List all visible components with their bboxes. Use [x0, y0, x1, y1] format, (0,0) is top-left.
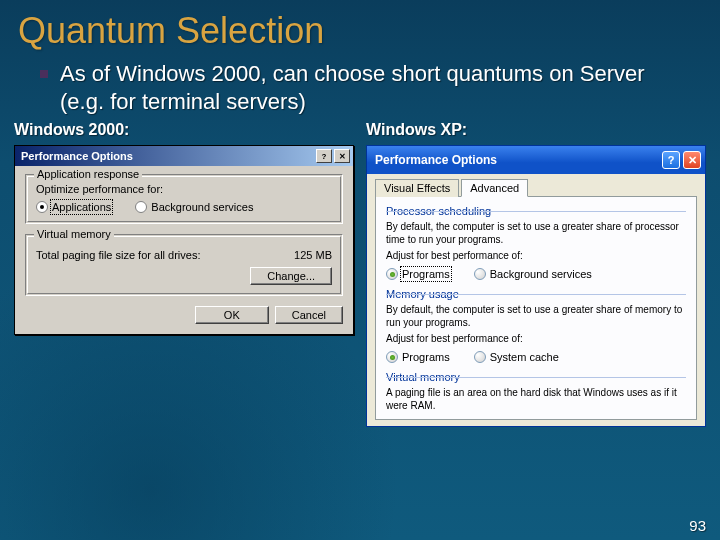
optimize-label: Optimize performance for:	[36, 183, 332, 195]
radio-label-applications: Applications	[52, 201, 111, 213]
radio-icon	[135, 201, 147, 213]
group-virtual-memory: Virtual memory Total paging file size fo…	[25, 234, 343, 296]
adjust-label: Adjust for best performance of:	[386, 249, 686, 262]
dialog-win2k: Performance Options ? ✕ Application resp…	[14, 145, 354, 335]
close-button[interactable]: ✕	[334, 149, 350, 163]
page-number: 93	[689, 517, 706, 534]
slide-title: Quantum Selection	[18, 10, 702, 52]
bullet-text: As of Windows 2000, can choose short qua…	[60, 60, 680, 115]
radio-label-syscache: System cache	[490, 351, 559, 363]
group-title-app-response: Application response	[34, 168, 142, 180]
tab-bar: Visual Effects Advanced	[375, 178, 697, 197]
close-button[interactable]: ✕	[683, 151, 701, 169]
paging-value: 125 MB	[294, 249, 332, 261]
bullet-icon	[40, 70, 48, 78]
cancel-button[interactable]: Cancel	[275, 306, 343, 324]
column-title-win2k: Windows 2000:	[14, 121, 354, 139]
column-winxp: Windows XP: Performance Options ? ✕ Visu…	[366, 121, 706, 427]
radio-icon	[386, 351, 398, 363]
tab-advanced[interactable]: Advanced	[461, 179, 528, 197]
bullet-row: As of Windows 2000, can choose short qua…	[40, 60, 680, 115]
win2k-titlebar[interactable]: Performance Options ? ✕	[15, 146, 353, 166]
group-virtual-memory-xp: Virtual memory A paging file is an area …	[386, 371, 686, 412]
memory-description: By default, the computer is set to use a…	[386, 303, 686, 329]
radio-icon	[36, 201, 48, 213]
radio-programs-2[interactable]: Programs	[386, 351, 450, 363]
vmem-description: A paging file is an area on the hard dis…	[386, 386, 686, 412]
radio-background-services[interactable]: Background services	[135, 201, 253, 213]
processor-description: By default, the computer is set to use a…	[386, 220, 686, 246]
group-title-processor: Processor scheduling	[386, 205, 497, 217]
group-title-memory: Memory usage	[386, 288, 465, 300]
radio-system-cache[interactable]: System cache	[474, 351, 559, 363]
dialog-winxp: Performance Options ? ✕ Visual Effects A…	[366, 145, 706, 427]
change-button[interactable]: Change...	[250, 267, 332, 285]
group-title-virtual-memory: Virtual memory	[34, 228, 114, 240]
winxp-title-text: Performance Options	[375, 153, 659, 167]
radio-programs[interactable]: Programs	[386, 268, 450, 280]
radio-label-background: Background services	[151, 201, 253, 213]
radio-label-programs: Programs	[402, 268, 450, 280]
tab-visual-effects[interactable]: Visual Effects	[375, 179, 459, 197]
help-button[interactable]: ?	[316, 149, 332, 163]
radio-icon	[474, 268, 486, 280]
radio-icon	[386, 268, 398, 280]
column-title-winxp: Windows XP:	[366, 121, 706, 139]
winxp-titlebar[interactable]: Performance Options ? ✕	[367, 146, 705, 174]
column-win2k: Windows 2000: Performance Options ? ✕ Ap…	[14, 121, 354, 427]
radio-icon	[474, 351, 486, 363]
radio-background-services[interactable]: Background services	[474, 268, 592, 280]
group-processor-scheduling: Processor scheduling By default, the com…	[386, 205, 686, 280]
radio-label-background: Background services	[490, 268, 592, 280]
group-app-response: Application response Optimize performanc…	[25, 174, 343, 224]
paging-label: Total paging file size for all drives:	[36, 249, 200, 261]
group-memory-usage: Memory usage By default, the computer is…	[386, 288, 686, 363]
win2k-title-text: Performance Options	[21, 150, 314, 162]
help-button[interactable]: ?	[662, 151, 680, 169]
group-title-vmem-xp: Virtual memory	[386, 371, 466, 383]
radio-applications[interactable]: Applications	[36, 201, 111, 213]
adjust-label-2: Adjust for best performance of:	[386, 332, 686, 345]
radio-label-programs-2: Programs	[402, 351, 450, 363]
ok-button[interactable]: OK	[195, 306, 269, 324]
